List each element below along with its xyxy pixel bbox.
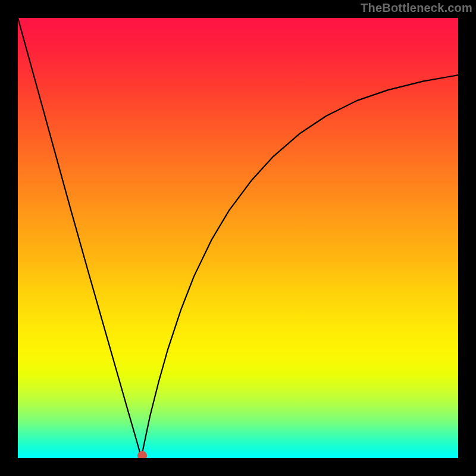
minimum-marker [137,451,147,458]
bottleneck-curve-path [18,18,458,458]
watermark-label: TheBottleneck.com [361,1,472,15]
curve-svg [18,18,458,458]
plot-area [18,18,458,458]
chart-frame: TheBottleneck.com [0,0,476,476]
